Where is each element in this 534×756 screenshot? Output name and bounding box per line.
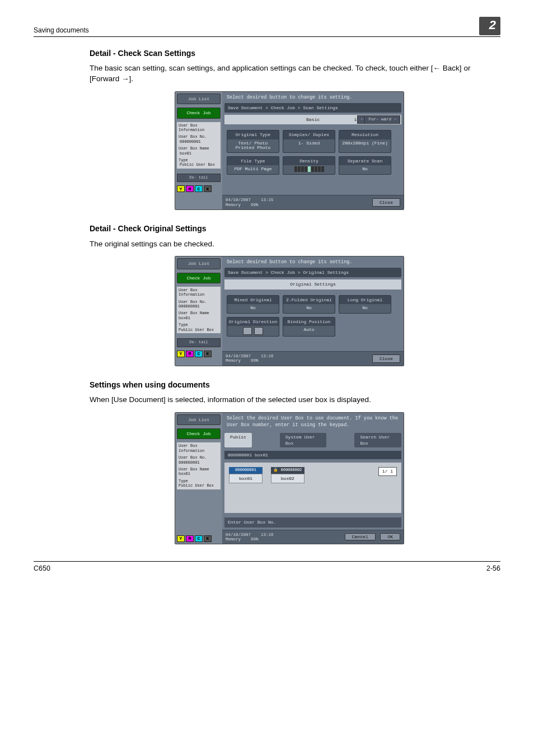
detail-button[interactable]: De- tail: [177, 338, 221, 347]
card-title: File Type: [227, 157, 279, 165]
type-label: Type: [179, 323, 219, 327]
toner-c-icon: C: [195, 185, 203, 192]
card-original-type[interactable]: Original Type Text/ Photo Printed Photo: [227, 130, 279, 153]
card-value: 200x200dpi (Fine): [339, 139, 391, 148]
check-job-button[interactable]: Check Job: [177, 428, 221, 439]
card-title: Mixed Original: [227, 296, 279, 304]
date-value: 04/10/2007: [226, 354, 251, 358]
cancel-button[interactable]: Cancel: [345, 533, 376, 540]
job-list-button[interactable]: Job List: [177, 258, 221, 269]
time-value: 13:16: [261, 354, 274, 358]
memory-value: 99%: [251, 358, 259, 363]
job-list-button[interactable]: Job List: [177, 94, 221, 104]
breadcrumb: Save Document > Check Job > Original Set…: [224, 268, 401, 277]
ok-button[interactable]: OK: [380, 533, 400, 540]
toner-c-icon: C: [195, 351, 203, 357]
paragraph-check-original: The original settings can be checked.: [90, 239, 489, 250]
toner-y-icon: Y: [177, 351, 185, 357]
type-value: Public User Box: [180, 162, 219, 167]
card-mixed-original[interactable]: Mixed Original No: [227, 295, 279, 314]
screenshot-scan-settings: Job List Check Job User Box Information …: [175, 91, 404, 210]
tab-search-user-box[interactable]: Search User Box: [354, 433, 401, 447]
close-button[interactable]: Close: [372, 354, 400, 363]
user-box-no-value: 000000001: [179, 304, 219, 309]
check-job-button[interactable]: Check Job: [177, 273, 221, 283]
detail-button[interactable]: De- tail: [177, 174, 221, 183]
card-value: No: [283, 304, 335, 313]
breadcrumb: Save Document > Check Job > Scan Setting…: [224, 103, 401, 113]
user-box-item[interactable]: 🔒 000000002 box02: [271, 467, 305, 483]
tab-original-settings[interactable]: Original Settings: [290, 281, 336, 287]
card-title: Z-Folded Original: [283, 296, 335, 304]
close-button[interactable]: Close: [372, 198, 400, 207]
tab-public[interactable]: Public: [224, 433, 252, 447]
card-value: Auto: [283, 326, 335, 335]
card-value: No: [339, 304, 391, 313]
user-box-info-panel: User Box Information User Box No. 000000…: [177, 122, 221, 169]
toner-indicator: Y M C K: [177, 535, 221, 542]
toner-y-icon: Y: [177, 535, 185, 542]
forward-button[interactable]: For- ward →: [364, 115, 400, 124]
sidebar: Job List Check Job User Box Information …: [175, 413, 222, 544]
card-separate-scan[interactable]: Separate Scan No: [339, 156, 391, 175]
page-indicator: 1/ 1: [378, 467, 397, 475]
card-resolution[interactable]: Resolution 200x200dpi (Fine): [339, 130, 391, 153]
user-box-info-label: User Box Information: [179, 288, 219, 297]
selection-title-bar: 000000001 box01: [224, 451, 401, 459]
tab-basic[interactable]: Basic: [306, 116, 320, 123]
type-label: Type: [179, 158, 219, 162]
toner-indicator: Y M C K: [177, 185, 221, 192]
time-value: 13:16: [261, 533, 274, 537]
settings-grid: Original Type Text/ Photo Printed Photo …: [222, 127, 404, 178]
time-value: 13:15: [261, 198, 274, 202]
memory-label: Memory: [226, 537, 241, 542]
date-value: 04/10/2007: [226, 533, 251, 537]
toner-indicator: Y M C K: [177, 351, 221, 357]
card-value: No: [339, 165, 391, 174]
user-box-no-label: User Box No.: [179, 455, 219, 460]
type-label: Type: [179, 479, 219, 483]
toner-k-icon: K: [204, 535, 212, 542]
box-id: 🔒 000000002: [271, 467, 305, 474]
card-title: Separate Scan: [339, 157, 391, 165]
memory-label: Memory: [226, 203, 241, 207]
page-header: Saving documents 2: [34, 17, 500, 37]
date-value: 04/10/2007: [226, 198, 251, 202]
card-simplex-duplex[interactable]: Simplex/ Duplex 1- Sided: [283, 130, 335, 153]
check-job-button[interactable]: Check Job: [177, 108, 221, 118]
user-box-name-label: User Box Name: [179, 311, 219, 315]
direction-portrait-icon: [243, 327, 252, 335]
card-original-direction[interactable]: Original Direction: [227, 317, 279, 337]
card-value: 1- Sided: [283, 139, 335, 148]
card-value: No: [227, 304, 279, 313]
user-box-item[interactable]: 000000001 box01: [229, 467, 263, 483]
user-box-name-value: box01: [180, 151, 219, 156]
toner-c-icon: C: [195, 535, 203, 542]
sidebar: Job List Check Job User Box Information …: [175, 256, 222, 365]
toner-k-icon: K: [204, 185, 212, 192]
box-name: box02: [271, 474, 305, 483]
toner-m-icon: M: [186, 185, 194, 192]
direction-icons: [227, 326, 279, 336]
user-box-info-label: User Box Information: [179, 123, 219, 133]
toner-k-icon: K: [204, 351, 212, 357]
page-footer: C650 2-56: [34, 561, 500, 574]
card-value: Text/ Photo Printed Photo: [227, 139, 279, 153]
memory-value: 99%: [251, 537, 259, 542]
settings-grid: Mixed Original No Z-Folded Original No L…: [222, 292, 404, 340]
user-box-name-label: User Box Name: [179, 146, 219, 151]
job-list-button[interactable]: Job List: [177, 414, 221, 425]
card-binding-position[interactable]: Binding Position Auto: [283, 317, 335, 337]
card-title: Original Type: [227, 130, 279, 139]
enter-user-box-no-button[interactable]: Enter User Box No.: [224, 517, 401, 527]
user-box-no-value: 000000001: [180, 139, 219, 144]
tab-system-user-box[interactable]: System User Box: [280, 433, 327, 447]
card-z-folded[interactable]: Z-Folded Original No: [283, 295, 335, 314]
card-density[interactable]: Density: [283, 156, 335, 175]
card-title: Long Original: [339, 296, 391, 304]
user-box-no-label: User Box No.: [179, 300, 219, 304]
card-long-original[interactable]: Long Original No: [339, 295, 391, 314]
instruction-text: Select the desired User Box to use docum…: [222, 413, 404, 431]
paragraph-use-documents: When [Use Document] is selected, informa…: [90, 395, 489, 405]
card-file-type[interactable]: File Type PDF Multi Page: [227, 156, 279, 175]
